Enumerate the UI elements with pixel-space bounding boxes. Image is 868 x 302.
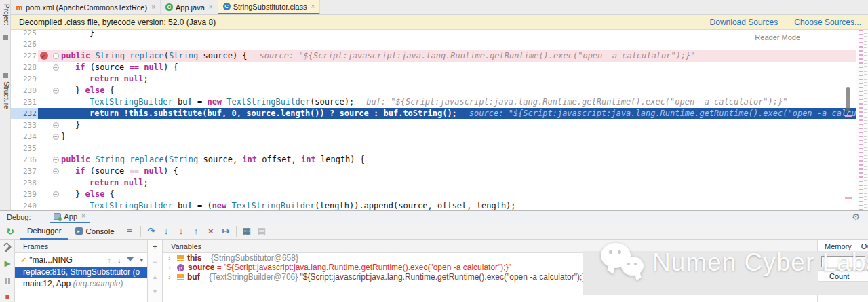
stop-icon[interactable]: ■ <box>0 292 15 301</box>
code-segment: } <box>75 189 85 199</box>
code-line-236[interactable]: 236−public String replace(String source,… <box>11 154 856 166</box>
code-line-237[interactable]: 237−if (source == null) { <box>11 166 856 177</box>
code-line-225[interactable]: 225} <box>11 30 856 39</box>
code-segment: if <box>75 166 85 176</box>
code-segment: else <box>85 86 104 95</box>
code-segment: source) { <box>198 51 247 60</box>
code-line-content: −if (source == null) { <box>38 166 856 177</box>
tool-button-project[interactable]: Project <box>3 4 10 25</box>
frames-panel: Frames ✓ "mai...NING ↑ ↓ ▾ replace:816, … <box>15 240 148 302</box>
step-out-icon[interactable]: ↑ <box>189 226 203 236</box>
settings-wrench-icon[interactable] <box>3 244 12 252</box>
code-text: TextStringBuilder buf = (new TextStringB… <box>90 200 516 210</box>
layout-menu-icon[interactable]: ≡ <box>121 226 138 237</box>
extra-icons: ▦▤ <box>239 226 269 236</box>
tab-console[interactable]: ▸ Console <box>68 223 121 240</box>
remove-watch-button[interactable]: − <box>148 254 162 269</box>
move-down-button[interactable]: ▼ <box>148 284 162 299</box>
filter-icon[interactable] <box>127 257 134 261</box>
code-text: return !this.substitute(buf, 0, source.l… <box>90 108 457 119</box>
close-icon[interactable]: × <box>151 3 155 11</box>
debug-session-tab-app[interactable]: App × <box>50 211 89 223</box>
fold-marker-icon[interactable]: − <box>53 122 59 128</box>
run-to-cursor-icon[interactable]: ↦ <box>218 226 233 236</box>
code-line-227[interactable]: 227✓−public String replace(String source… <box>11 50 856 62</box>
move-up-button[interactable]: ▲ <box>148 269 162 284</box>
frame-text: replace:816, StringSubstitutor (o <box>23 267 140 277</box>
fold-marker-icon[interactable]: − <box>53 168 59 174</box>
console-icon: ▸ <box>75 227 83 235</box>
close-icon[interactable]: × <box>311 3 315 10</box>
fold-marker-icon[interactable]: − <box>53 157 59 163</box>
code-line-229[interactable]: 229return null; <box>11 73 856 85</box>
code-line-content: −public String replace(String source, in… <box>38 154 856 166</box>
code-segment: int <box>242 155 257 164</box>
code-line-232[interactable]: 232return !this.substitute(buf, 0, sourc… <box>11 108 856 119</box>
choose-sources-link[interactable]: Choose Sources... <box>794 18 861 27</box>
frame-row[interactable]: main:12, App (org.example) <box>15 278 147 290</box>
code-line-233[interactable]: 233−} <box>11 119 856 131</box>
evaluate-expression-icon[interactable]: ▦ <box>239 226 254 236</box>
layout-settings-icon[interactable]: ▤ <box>254 226 269 236</box>
error-stripe-mark[interactable] <box>845 197 852 199</box>
code-line-234[interactable]: 234−} <box>11 131 856 143</box>
force-step-into-icon[interactable]: ↓ <box>174 226 189 236</box>
step-over-icon[interactable]: ↷ <box>144 226 159 236</box>
chevron-down-icon[interactable]: ▾ <box>140 257 143 263</box>
code-line-230[interactable]: 230−} else { <box>11 85 856 96</box>
resume-icon[interactable]: ▶ <box>0 259 15 268</box>
code-text: TextStringBuilder buf = new TextStringBu… <box>90 96 354 108</box>
variable-text: source = "${Script:javascript:java.lang.… <box>188 263 511 272</box>
code-segment: else <box>85 189 104 199</box>
expand-chevron-icon[interactable]: › <box>168 254 174 262</box>
add-watch-button[interactable]: + <box>148 240 162 254</box>
code-line-226[interactable]: 226 <box>11 39 856 50</box>
project-icon <box>3 35 8 40</box>
code-line-235[interactable]: 235 <box>11 143 856 154</box>
fold-marker-icon[interactable]: − <box>53 191 59 197</box>
close-icon[interactable]: × <box>81 212 85 220</box>
code-text: } <box>90 30 94 39</box>
tab-debugger[interactable]: Debugger <box>20 223 68 240</box>
code-line-228[interactable]: 228−if (source == null) { <box>11 62 856 73</box>
step-into-icon[interactable]: ↓ <box>159 226 174 236</box>
console-tab-label: Console <box>86 227 115 235</box>
line-number: 229 <box>11 73 38 85</box>
fold-marker-icon[interactable]: − <box>53 53 59 59</box>
editor-tab-3[interactable]: CStringSubstitutor.class× <box>218 0 321 14</box>
arrow-down-icon[interactable]: ↓ <box>117 256 121 264</box>
close-icon[interactable]: × <box>209 3 213 11</box>
tool-button-structure[interactable]: Structure <box>3 81 10 109</box>
code-line-231[interactable]: 231TextStringBuilder buf = new TextStrin… <box>11 96 856 108</box>
fold-marker-icon[interactable]: − <box>53 88 59 94</box>
expand-chevron-icon[interactable]: › <box>168 263 174 271</box>
field-icon <box>177 255 184 261</box>
code-text: return null; <box>90 73 149 85</box>
editor-scrollbar[interactable] <box>846 87 850 111</box>
drop-frame-icon[interactable]: × <box>203 226 218 236</box>
code-minimap[interactable] <box>856 30 868 210</box>
thread-selector[interactable]: ✓ "mai...NING ↑ ↓ ▾ <box>15 253 147 267</box>
download-sources-link[interactable]: Download Sources <box>710 18 778 27</box>
variable-name: buf <box>187 272 200 282</box>
arrow-up-icon[interactable]: ↑ <box>107 256 111 264</box>
code-editor[interactable]: Reader Mode 225}226227✓−public String re… <box>11 30 868 210</box>
code-line-240[interactable]: 240TextStringBuilder buf = (new TextStri… <box>11 200 856 210</box>
editor-tab-1[interactable]: mpom.xml (ApacheCommonsTextRce)× <box>11 0 161 14</box>
code-line-238[interactable]: 238return null; <box>11 177 856 189</box>
pause-icon[interactable] <box>4 278 11 284</box>
error-stripe-mark[interactable] <box>845 115 852 117</box>
code-text: public String replace(String source, int… <box>61 154 365 166</box>
reader-mode-toggle[interactable]: Reader Mode <box>755 33 800 41</box>
code-segment: int <box>301 155 316 164</box>
rerun-icon[interactable]: ↻ <box>0 226 20 237</box>
gear-icon[interactable]: ⚙ <box>852 212 860 222</box>
frame-row[interactable]: replace:816, StringSubstitutor (o <box>15 267 147 278</box>
editor-tab-2[interactable]: CApp.java× <box>161 0 218 14</box>
code-line-content: −if (source == null) { <box>38 62 856 73</box>
fold-marker-icon[interactable]: − <box>53 64 59 71</box>
code-line-239[interactable]: 239−} else { <box>11 189 856 200</box>
structure-icon <box>3 73 8 78</box>
fold-marker-icon[interactable]: − <box>53 134 59 140</box>
expand-chevron-icon[interactable]: › <box>168 273 174 281</box>
